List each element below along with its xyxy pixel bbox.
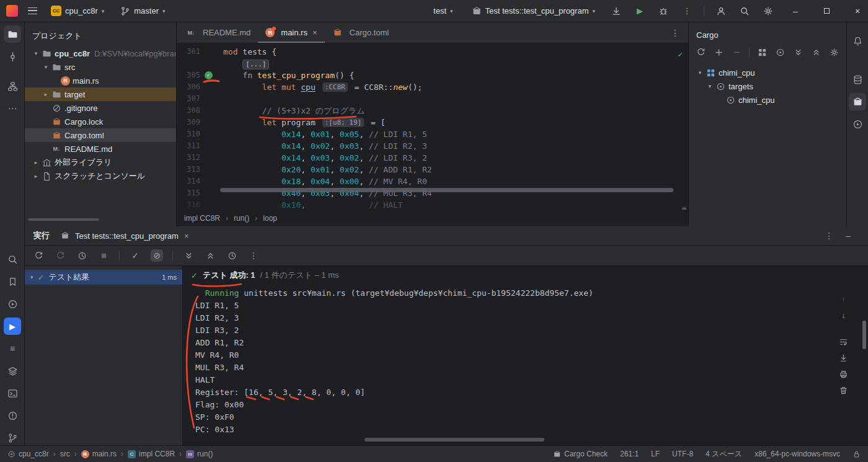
more-icon[interactable]: ⋮ <box>662 28 688 38</box>
group-targets-icon[interactable] <box>756 46 768 58</box>
database-tool-icon[interactable] <box>849 71 866 88</box>
clear-all-icon[interactable] <box>839 386 848 395</box>
close-icon[interactable]: × <box>312 28 317 37</box>
profile-selector[interactable]: test ▾ <box>429 4 458 18</box>
breadcrumb[interactable]: impl CC8R <box>184 214 220 223</box>
test-passed-gutter-icon[interactable]: ✓ <box>205 71 213 79</box>
expand-all-icon[interactable] <box>793 46 804 58</box>
code-line-310[interactable]: 310 0x14, 0x01, 0x05, // LDI R1, 5 <box>177 128 688 140</box>
code-line-313[interactable]: 313 0x20, 0x01, 0x02, // ADD R1, R2 <box>177 164 688 175</box>
statusbar-breadcrumb[interactable]: cpu_cc8r <box>7 450 49 458</box>
project-widget[interactable]: CC cpu_cc8r ▾ <box>46 3 108 19</box>
code-line-308[interactable]: 308 // (5+3)x2 のプログラム <box>177 105 688 117</box>
cargo-tool-icon[interactable] <box>849 93 866 110</box>
settings-icon[interactable] <box>829 46 840 58</box>
code-line-305[interactable]: 305✓ fn test_cpu_program() { <box>177 69 688 81</box>
settings-icon[interactable] <box>761 4 775 18</box>
code-line-307[interactable]: 307 <box>177 93 688 105</box>
line-separator-widget[interactable]: LF <box>651 450 660 458</box>
code-line-301[interactable]: 301mod tests { <box>177 46 688 58</box>
more-tools-icon[interactable]: ⋯ <box>4 100 21 117</box>
project-item-Cargo.toml[interactable]: Cargo.toml <box>25 128 176 142</box>
window-maximize-button[interactable] <box>816 0 837 22</box>
run-button[interactable]: ▶ <box>633 4 647 18</box>
project-item-外部ライブラリ[interactable]: ▸外部ライブラリ <box>25 156 176 169</box>
cargo-item-targets[interactable]: ▾targets <box>689 79 846 93</box>
sort-by-duration-icon[interactable] <box>226 249 238 262</box>
chevron-down-icon[interactable]: ▾ <box>41 64 51 70</box>
test-console[interactable]: ✓ テスト 成功: 1 / 1 件のテスト – 1 ms Running uni… <box>183 266 868 445</box>
hide-tool-window-icon[interactable]: – <box>846 231 851 241</box>
statusbar-breadcrumb[interactable]: mrun() <box>186 450 213 458</box>
cargo-check-widget[interactable]: Cargo Check <box>553 450 608 458</box>
show-passed-icon[interactable]: ✓ <box>129 249 141 262</box>
terminal-tool-icon[interactable] <box>4 384 21 402</box>
rerun-failed-tests-icon[interactable] <box>54 249 66 262</box>
run-configuration-selector[interactable]: Test tests::test_cpu_program ▾ <box>467 2 600 20</box>
write-access-lock-icon[interactable] <box>852 450 861 458</box>
chevron-down-icon[interactable]: ▾ <box>31 50 41 56</box>
show-ignored-icon[interactable]: ⊘ <box>151 249 163 262</box>
caret-position-widget[interactable]: 261:1 <box>620 450 639 458</box>
collapse-all-icon[interactable] <box>811 46 822 58</box>
scroll-to-end-icon[interactable] <box>839 353 848 363</box>
detach-project-icon[interactable] <box>731 46 742 58</box>
expand-all-icon[interactable] <box>182 249 195 262</box>
code-line-314[interactable]: 314 0x18, 0x04, 0x00, // MV R4, R0 <box>177 175 688 187</box>
branch-widget[interactable]: master ▾ <box>116 2 169 20</box>
cargo-item-chimi_cpu[interactable]: ▾chimi_cpu <box>689 66 846 79</box>
toggle-auto-test-icon[interactable] <box>76 249 88 262</box>
breadcrumb[interactable]: loop <box>263 214 277 223</box>
print-icon[interactable] <box>839 370 848 379</box>
vcs-update-icon[interactable] <box>609 4 623 18</box>
code-line-316[interactable]: 316 0x10, // HALT <box>177 199 688 210</box>
project-item-スクラッチとコンソール[interactable]: ▸スクラッチとコンソール <box>25 169 176 183</box>
code-line-312[interactable]: 312 0x14, 0x03, 0x02, // LDI R3, 2 <box>177 152 688 164</box>
search-everywhere-icon[interactable] <box>738 4 751 18</box>
tab-main-rs[interactable]: R main.rs × <box>258 22 324 43</box>
notifications-icon[interactable] <box>849 32 866 50</box>
cargo-item-chimi_cpu[interactable]: chimi_cpu <box>689 93 846 107</box>
reload-cargo-projects-icon[interactable] <box>695 46 706 58</box>
crates-tool-icon[interactable] <box>849 115 866 133</box>
close-icon[interactable]: × <box>184 231 189 241</box>
chevron-right-icon[interactable]: ▸ <box>31 173 41 179</box>
code-line-311[interactable]: 311 0x14, 0x02, 0x03, // LDI R2, 3 <box>177 140 688 152</box>
structure-tool-icon[interactable] <box>4 78 21 95</box>
scroll-up-icon[interactable]: ↑ <box>841 295 846 304</box>
find-tool-icon[interactable] <box>4 251 21 268</box>
show-features-icon[interactable] <box>774 46 786 58</box>
code-line-306[interactable]: 306 let mut cpu :CC8R = CC8R::new(); <box>177 81 688 93</box>
main-menu-icon[interactable] <box>25 4 39 18</box>
chevron-down-icon[interactable]: ▾ <box>695 69 705 76</box>
soft-wrap-icon[interactable] <box>839 337 848 347</box>
rerun-tests-icon[interactable] <box>32 249 45 262</box>
run-tool-icon[interactable]: ▶ <box>4 318 21 335</box>
code-with-me-icon[interactable] <box>714 4 728 18</box>
attach-project-icon[interactable] <box>713 46 724 58</box>
console-vertical-scrollbar[interactable] <box>862 321 866 349</box>
project-tool-icon[interactable] <box>4 25 21 43</box>
stop-icon[interactable] <box>97 249 110 262</box>
statusbar-breadcrumb[interactable]: Cimpl CC8R <box>128 450 175 458</box>
project-item-.gitignore[interactable]: .gitignore <box>25 101 176 115</box>
problems-tool-icon[interactable] <box>4 407 21 424</box>
console-horizontal-scrollbar[interactable] <box>365 438 544 442</box>
scroll-down-icon[interactable]: ↓ <box>841 311 846 320</box>
project-item-src[interactable]: ▾src <box>25 60 176 74</box>
collapse-all-icon[interactable] <box>204 249 216 262</box>
more-icon[interactable]: ⋮ <box>247 249 260 262</box>
editor-horizontal-scrollbar[interactable] <box>220 188 673 192</box>
test-results-row[interactable]: ▾ ✓ テスト結果 1 ms <box>25 270 182 285</box>
commit-tool-icon[interactable] <box>4 48 21 65</box>
todo-tool-icon[interactable]: ≡ <box>4 340 21 357</box>
tab-cargo-toml[interactable]: Cargo.toml <box>325 22 397 43</box>
indent-widget[interactable]: 4 スペース <box>706 449 742 460</box>
statusbar-breadcrumb[interactable]: Rmain.rs <box>81 450 117 458</box>
toolchain-widget[interactable]: x86_64-pc-windows-msvc <box>755 450 840 458</box>
debug-button[interactable] <box>657 4 670 18</box>
more-icon[interactable]: ⋮ <box>680 4 694 18</box>
bookmarks-tool-icon[interactable] <box>4 273 21 290</box>
more-icon[interactable]: ⋮ <box>825 231 833 241</box>
chevron-down-icon[interactable]: ▾ <box>705 83 715 89</box>
